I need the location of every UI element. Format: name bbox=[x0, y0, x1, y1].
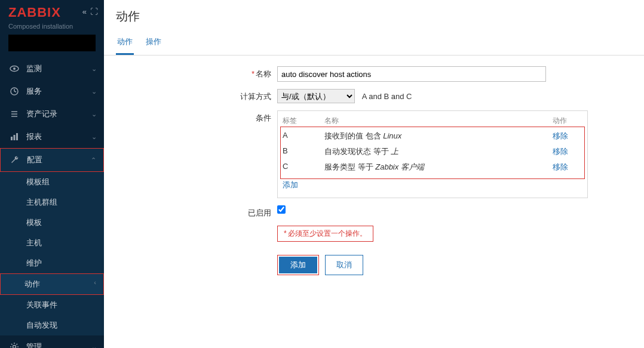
chevron-down-icon: ⌄ bbox=[91, 343, 97, 349]
sidebar-sub-discovery[interactable]: 自动发现 bbox=[0, 315, 104, 335]
sidebar-sub-hosts[interactable]: 主机 bbox=[0, 233, 104, 253]
sidebar-sub-hostgroups[interactable]: 主机群组 bbox=[0, 192, 104, 213]
tab-operations[interactable]: 操作 bbox=[145, 30, 162, 55]
cond-header-name: 名称 bbox=[324, 116, 553, 126]
wrench-icon bbox=[9, 155, 21, 165]
install-label: Composed installation bbox=[0, 23, 104, 35]
submit-highlight: 添加 bbox=[277, 255, 319, 275]
list-icon bbox=[8, 109, 20, 119]
chevron-up-icon: ⌃ bbox=[91, 156, 96, 164]
add-condition-link[interactable]: 添加 bbox=[283, 177, 298, 190]
tab-action[interactable]: 动作 bbox=[116, 30, 134, 55]
sidebar-item-monitoring[interactable]: 监测 ⌄ bbox=[0, 57, 104, 80]
config-submenu: 模板组 主机群组 模板 主机 维护 动作‹ 关联事件 自动发现 bbox=[0, 172, 104, 335]
sidebar-item-inventory[interactable]: 资产记录 ⌄ bbox=[0, 103, 104, 125]
condition-row: A 接收到的值 包含 Linux 移除 bbox=[283, 128, 582, 144]
svg-line-6 bbox=[14, 91, 16, 92]
cond-tag: B bbox=[283, 146, 324, 157]
cond-header-tag: 标签 bbox=[283, 116, 324, 126]
svg-rect-11 bbox=[14, 135, 16, 140]
validation-warning: *必须至少设置一个操作。 bbox=[277, 226, 373, 242]
sidebar-sub-correlation[interactable]: 关联事件 bbox=[0, 295, 104, 315]
sidebar-sub-maintenance[interactable]: 维护 bbox=[0, 253, 104, 273]
sidebar-item-reports[interactable]: 报表 ⌄ bbox=[0, 125, 104, 148]
chevron-down-icon: ⌄ bbox=[91, 110, 97, 118]
condition-row: B 自动发现状态 等于 上 移除 bbox=[283, 144, 582, 159]
sidebar-sub-actions[interactable]: 动作‹ bbox=[0, 273, 104, 295]
sidebar-item-label: 监测 bbox=[26, 63, 42, 74]
conditions-label: 条件 bbox=[116, 110, 277, 124]
sidebar: ZABBIX « ⛶ Composed installation 监测 ⌄ bbox=[0, 0, 104, 348]
svg-point-3 bbox=[13, 67, 16, 70]
enabled-checkbox[interactable] bbox=[277, 205, 286, 214]
eye-icon bbox=[8, 64, 20, 73]
sidebar-item-administration[interactable]: 管理 ⌄ bbox=[0, 335, 104, 348]
sidebar-item-services[interactable]: 服务 ⌄ bbox=[0, 80, 104, 103]
svg-point-13 bbox=[13, 346, 16, 349]
cond-tag: C bbox=[283, 162, 324, 173]
conditions-table: 标签 名称 动作 A 接收到的值 包含 Linux 移除 B 自动发现状态 等于… bbox=[277, 110, 588, 198]
svg-rect-12 bbox=[16, 133, 18, 140]
collapse-icon[interactable]: « bbox=[82, 7, 87, 16]
calc-label: 计算方式 bbox=[116, 89, 277, 102]
gear-icon bbox=[8, 342, 20, 348]
sidebar-item-label: 管理 bbox=[26, 341, 42, 348]
main-content: 动作 动作 操作 *名称 计算方式 与/或（默认） A and B and bbox=[104, 0, 644, 348]
cond-name: 服务类型 等于 Zabbix 客户端 bbox=[324, 162, 553, 173]
sidebar-item-label: 资产记录 bbox=[26, 109, 57, 119]
cond-header-action: 动作 bbox=[553, 116, 582, 126]
clock-icon bbox=[8, 87, 20, 96]
search-input[interactable] bbox=[13, 39, 114, 48]
cancel-button[interactable]: 取消 bbox=[325, 255, 363, 275]
page-title: 动作 bbox=[104, 0, 644, 30]
cond-tag: A bbox=[283, 131, 324, 141]
sidebar-sub-templategroups[interactable]: 模板组 bbox=[0, 172, 104, 192]
name-input[interactable] bbox=[277, 66, 546, 82]
calc-expression: A and B and C bbox=[362, 92, 412, 101]
cond-name: 自动发现状态 等于 上 bbox=[324, 146, 553, 157]
name-label: *名称 bbox=[116, 66, 277, 79]
chevron-down-icon: ⌄ bbox=[91, 88, 97, 96]
barchart-icon bbox=[8, 132, 20, 141]
sidebar-item-label: 配置 bbox=[27, 155, 42, 165]
condition-row: C 服务类型 等于 Zabbix 客户端 移除 bbox=[283, 159, 582, 175]
cond-name: 接收到的值 包含 Linux bbox=[324, 131, 553, 141]
sidebar-item-label: 服务 bbox=[26, 86, 42, 97]
sidebar-sub-templates[interactable]: 模板 bbox=[0, 213, 104, 233]
cond-remove-link[interactable]: 移除 bbox=[553, 162, 568, 171]
cond-remove-link[interactable]: 移除 bbox=[553, 147, 568, 156]
chevron-left-icon: ‹ bbox=[94, 279, 96, 286]
cond-remove-link[interactable]: 移除 bbox=[553, 131, 568, 140]
submit-button[interactable]: 添加 bbox=[279, 257, 317, 273]
logo[interactable]: ZABBIX bbox=[8, 5, 61, 20]
expand-icon[interactable]: ⛶ bbox=[90, 7, 98, 16]
tabs: 动作 操作 bbox=[104, 30, 644, 56]
chevron-down-icon: ⌄ bbox=[91, 65, 97, 73]
chevron-down-icon: ⌄ bbox=[91, 133, 97, 141]
enabled-label: 已启用 bbox=[116, 205, 277, 218]
calc-type-select[interactable]: 与/或（默认） bbox=[277, 89, 355, 103]
sidebar-item-label: 报表 bbox=[26, 131, 42, 142]
sidebar-item-configuration[interactable]: 配置 ⌃ bbox=[0, 148, 104, 172]
search-input-wrap[interactable] bbox=[8, 35, 96, 51]
svg-rect-10 bbox=[11, 137, 13, 140]
